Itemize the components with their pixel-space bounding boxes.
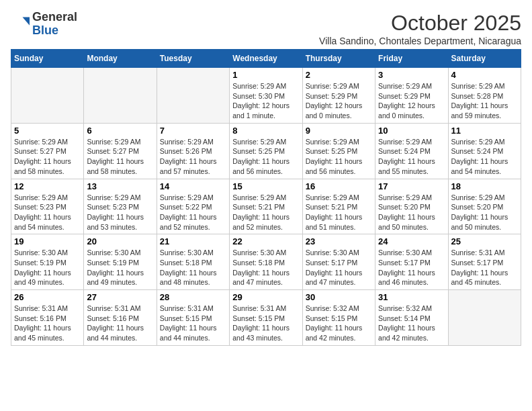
day-info: Sunrise: 5:29 AMSunset: 5:20 PMDaylight:… xyxy=(451,193,518,232)
day-info: Sunrise: 5:29 AMSunset: 5:24 PMDaylight:… xyxy=(451,137,518,177)
calendar-week-row: 19Sunrise: 5:30 AMSunset: 5:19 PMDayligh… xyxy=(11,234,521,290)
day-info: Sunrise: 5:29 AMSunset: 5:25 PMDaylight:… xyxy=(306,137,372,177)
day-info: Sunrise: 5:29 AMSunset: 5:30 PMDaylight:… xyxy=(232,81,299,121)
day-number: 12 xyxy=(14,181,81,191)
day-number: 24 xyxy=(378,236,445,246)
calendar-day-cell: 3Sunrise: 5:29 AMSunset: 5:29 PMDaylight… xyxy=(375,68,448,124)
calendar-day-cell: 28Sunrise: 5:31 AMSunset: 5:15 PMDayligh… xyxy=(157,290,229,346)
calendar-day-cell xyxy=(11,68,84,124)
calendar-day-cell: 15Sunrise: 5:29 AMSunset: 5:21 PMDayligh… xyxy=(230,179,302,234)
day-number: 1 xyxy=(232,70,299,80)
calendar-week-row: 5Sunrise: 5:29 AMSunset: 5:27 PMDaylight… xyxy=(11,123,521,179)
day-info: Sunrise: 5:29 AMSunset: 5:21 PMDaylight:… xyxy=(306,193,372,232)
calendar-day-header: Thursday xyxy=(302,50,375,68)
calendar-day-cell: 27Sunrise: 5:31 AMSunset: 5:16 PMDayligh… xyxy=(84,290,157,346)
calendar-week-row: 12Sunrise: 5:29 AMSunset: 5:23 PMDayligh… xyxy=(11,179,521,234)
day-number: 4 xyxy=(451,70,518,80)
logo-general-text: General xyxy=(32,10,77,24)
day-info: Sunrise: 5:31 AMSunset: 5:15 PMDaylight:… xyxy=(160,304,226,343)
day-number: 7 xyxy=(160,126,226,136)
day-number: 15 xyxy=(232,181,299,191)
calendar-day-header: Wednesday xyxy=(230,50,302,68)
logo-text: General Blue xyxy=(32,11,77,38)
calendar-day-cell: 13Sunrise: 5:29 AMSunset: 5:23 PMDayligh… xyxy=(84,179,157,234)
calendar-header-row: SundayMondayTuesdayWednesdayThursdayFrid… xyxy=(11,50,521,68)
day-number: 6 xyxy=(87,126,153,136)
calendar-day-cell: 5Sunrise: 5:29 AMSunset: 5:27 PMDaylight… xyxy=(11,123,84,179)
month-title: October 2025 xyxy=(319,11,521,36)
day-info: Sunrise: 5:29 AMSunset: 5:26 PMDaylight:… xyxy=(160,137,226,177)
day-number: 21 xyxy=(160,236,226,246)
calendar-day-cell: 12Sunrise: 5:29 AMSunset: 5:23 PMDayligh… xyxy=(11,179,84,234)
calendar-day-cell: 2Sunrise: 5:29 AMSunset: 5:29 PMDaylight… xyxy=(302,68,375,124)
day-info: Sunrise: 5:30 AMSunset: 5:18 PMDaylight:… xyxy=(232,248,299,287)
calendar-day-cell: 19Sunrise: 5:30 AMSunset: 5:19 PMDayligh… xyxy=(11,234,84,290)
day-info: Sunrise: 5:30 AMSunset: 5:18 PMDaylight:… xyxy=(160,248,226,287)
day-number: 22 xyxy=(232,236,299,246)
day-number: 2 xyxy=(306,70,372,80)
calendar-day-header: Sunday xyxy=(11,50,84,68)
calendar-day-cell: 24Sunrise: 5:30 AMSunset: 5:17 PMDayligh… xyxy=(375,234,448,290)
calendar-day-cell xyxy=(84,68,157,124)
calendar-day-cell: 7Sunrise: 5:29 AMSunset: 5:26 PMDaylight… xyxy=(157,123,229,179)
day-number: 20 xyxy=(87,236,153,246)
calendar-day-cell: 6Sunrise: 5:29 AMSunset: 5:27 PMDaylight… xyxy=(84,123,157,179)
calendar-day-cell: 18Sunrise: 5:29 AMSunset: 5:20 PMDayligh… xyxy=(448,179,521,234)
day-info: Sunrise: 5:29 AMSunset: 5:28 PMDaylight:… xyxy=(451,81,518,121)
day-info: Sunrise: 5:31 AMSunset: 5:16 PMDaylight:… xyxy=(14,304,81,343)
day-info: Sunrise: 5:30 AMSunset: 5:17 PMDaylight:… xyxy=(378,248,445,287)
day-number: 16 xyxy=(306,181,372,191)
day-number: 29 xyxy=(232,292,299,302)
calendar-day-cell: 22Sunrise: 5:30 AMSunset: 5:18 PMDayligh… xyxy=(230,234,302,290)
day-info: Sunrise: 5:32 AMSunset: 5:14 PMDaylight:… xyxy=(378,304,445,343)
calendar-day-cell: 10Sunrise: 5:29 AMSunset: 5:24 PMDayligh… xyxy=(375,123,448,179)
calendar-day-cell: 17Sunrise: 5:29 AMSunset: 5:20 PMDayligh… xyxy=(375,179,448,234)
day-number: 19 xyxy=(14,236,81,246)
day-number: 23 xyxy=(306,236,372,246)
day-number: 26 xyxy=(14,292,81,302)
calendar-day-cell: 29Sunrise: 5:31 AMSunset: 5:15 PMDayligh… xyxy=(230,290,302,346)
svg-marker-0 xyxy=(23,17,30,25)
day-number: 14 xyxy=(160,181,226,191)
day-number: 28 xyxy=(160,292,226,302)
day-info: Sunrise: 5:29 AMSunset: 5:23 PMDaylight:… xyxy=(14,193,81,232)
day-number: 17 xyxy=(378,181,445,191)
page-header: General Blue October 2025 Villa Sandino,… xyxy=(11,11,521,46)
calendar-day-cell: 11Sunrise: 5:29 AMSunset: 5:24 PMDayligh… xyxy=(448,123,521,179)
day-number: 31 xyxy=(378,292,445,302)
logo-icon xyxy=(11,15,30,34)
day-number: 30 xyxy=(306,292,372,302)
day-info: Sunrise: 5:29 AMSunset: 5:24 PMDaylight:… xyxy=(378,137,445,177)
calendar-day-cell xyxy=(157,68,229,124)
day-info: Sunrise: 5:31 AMSunset: 5:15 PMDaylight:… xyxy=(232,304,299,343)
day-number: 3 xyxy=(378,70,445,80)
location-subtitle: Villa Sandino, Chontales Department, Nic… xyxy=(319,36,521,46)
calendar-day-cell: 1Sunrise: 5:29 AMSunset: 5:30 PMDaylight… xyxy=(230,68,302,124)
day-number: 9 xyxy=(306,126,372,136)
calendar-day-cell: 26Sunrise: 5:31 AMSunset: 5:16 PMDayligh… xyxy=(11,290,84,346)
calendar-day-cell: 20Sunrise: 5:30 AMSunset: 5:19 PMDayligh… xyxy=(84,234,157,290)
logo-blue-text: Blue xyxy=(32,24,58,37)
day-number: 5 xyxy=(14,126,81,136)
calendar-table: SundayMondayTuesdayWednesdayThursdayFrid… xyxy=(11,49,521,346)
calendar-day-cell: 21Sunrise: 5:30 AMSunset: 5:18 PMDayligh… xyxy=(157,234,229,290)
calendar-day-cell: 14Sunrise: 5:29 AMSunset: 5:22 PMDayligh… xyxy=(157,179,229,234)
day-number: 18 xyxy=(451,181,518,191)
day-info: Sunrise: 5:31 AMSunset: 5:16 PMDaylight:… xyxy=(87,304,153,343)
calendar-week-row: 26Sunrise: 5:31 AMSunset: 5:16 PMDayligh… xyxy=(11,290,521,346)
day-number: 13 xyxy=(87,181,153,191)
calendar-day-cell: 31Sunrise: 5:32 AMSunset: 5:14 PMDayligh… xyxy=(375,290,448,346)
day-number: 25 xyxy=(451,236,518,246)
day-info: Sunrise: 5:31 AMSunset: 5:17 PMDaylight:… xyxy=(451,248,518,287)
calendar-day-cell: 30Sunrise: 5:32 AMSunset: 5:15 PMDayligh… xyxy=(302,290,375,346)
calendar-day-header: Monday xyxy=(84,50,157,68)
calendar-day-cell: 23Sunrise: 5:30 AMSunset: 5:17 PMDayligh… xyxy=(302,234,375,290)
calendar-day-cell: 8Sunrise: 5:29 AMSunset: 5:25 PMDaylight… xyxy=(230,123,302,179)
calendar-day-header: Tuesday xyxy=(157,50,229,68)
day-number: 11 xyxy=(451,126,518,136)
day-number: 10 xyxy=(378,126,445,136)
day-info: Sunrise: 5:29 AMSunset: 5:22 PMDaylight:… xyxy=(160,193,226,232)
day-info: Sunrise: 5:30 AMSunset: 5:17 PMDaylight:… xyxy=(306,248,372,287)
day-number: 8 xyxy=(232,126,299,136)
day-info: Sunrise: 5:29 AMSunset: 5:21 PMDaylight:… xyxy=(232,193,299,232)
